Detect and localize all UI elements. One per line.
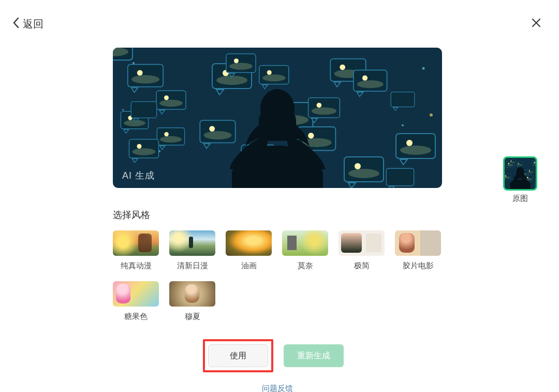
style-label: 糖果色 <box>124 312 148 322</box>
style-option-minimal[interactable]: 极简 <box>339 230 385 271</box>
original-image-option[interactable]: 原图 <box>503 156 537 204</box>
style-swatch <box>282 230 328 256</box>
style-label: 穆夏 <box>185 312 200 322</box>
chevron-left-icon <box>12 17 20 31</box>
preview-image: AI 生成 <box>113 48 442 188</box>
style-label: 胶片电影 <box>403 261 434 271</box>
style-swatch <box>113 230 159 256</box>
style-label: 油画 <box>241 261 257 271</box>
style-swatch <box>113 281 159 307</box>
style-section-title: 选择风格 <box>113 209 559 221</box>
style-swatch <box>169 281 215 307</box>
style-label: 极简 <box>354 261 370 271</box>
style-grid: 纯真动漫清新日漫油画莫奈极简胶片电影糖果色穆夏 <box>113 230 454 322</box>
original-image-label: 原图 <box>512 194 528 204</box>
style-option-mucha[interactable]: 穆夏 <box>169 281 215 322</box>
feedback-link[interactable]: 问题反馈 <box>262 384 293 392</box>
style-swatch <box>339 230 385 256</box>
back-button[interactable]: 返回 <box>12 17 43 31</box>
use-button-highlight: 使用 <box>203 339 273 372</box>
style-swatch <box>395 230 441 256</box>
ai-generated-badge: AI 生成 <box>122 169 155 182</box>
style-label: 莫奈 <box>298 261 313 271</box>
regenerate-button[interactable]: 重新生成 <box>284 344 344 367</box>
back-label: 返回 <box>23 17 43 31</box>
style-swatch <box>226 230 272 256</box>
style-label: 纯真动漫 <box>121 261 152 271</box>
style-option-innocent-anime[interactable]: 纯真动漫 <box>113 230 159 271</box>
use-button[interactable]: 使用 <box>208 344 268 367</box>
style-option-fresh-jp-anime[interactable]: 清新日漫 <box>169 230 215 271</box>
style-option-monet[interactable]: 莫奈 <box>282 230 328 271</box>
style-option-oil-painting[interactable]: 油画 <box>226 230 272 271</box>
close-button[interactable] <box>529 16 543 32</box>
style-option-candy[interactable]: 糖果色 <box>113 281 159 322</box>
style-swatch <box>169 230 215 256</box>
style-label: 清新日漫 <box>177 261 208 271</box>
style-option-film[interactable]: 胶片电影 <box>395 230 441 271</box>
original-image-thumb <box>503 156 537 191</box>
close-icon <box>531 21 541 30</box>
